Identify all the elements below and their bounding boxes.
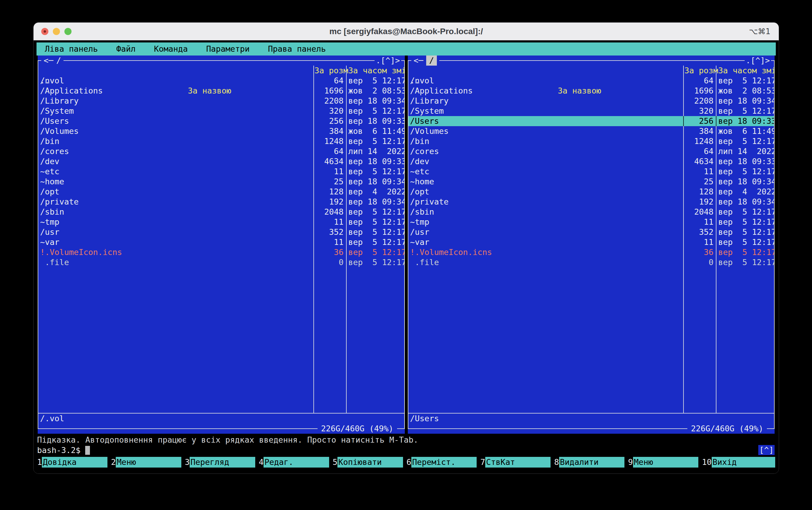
fkey-10: 10Вихід bbox=[702, 457, 776, 468]
file-row[interactable]: /Volumes384жов 6 11:49 bbox=[38, 126, 404, 136]
hint-line: Підказка. Автодоповнення працює у всіх р… bbox=[36, 434, 776, 445]
traffic-lights bbox=[41, 23, 71, 40]
file-row[interactable]: /dev4634вер 18 09:33 bbox=[38, 157, 404, 167]
left-free-space: 226G/460G (49%) bbox=[318, 424, 397, 434]
file-size: 352 bbox=[313, 227, 346, 237]
file-name: /usr bbox=[38, 227, 313, 237]
file-row[interactable]: /usr352вер 5 12:17 bbox=[408, 227, 774, 237]
right-file-list: /.vol64вер 5 12:17/Applications1696жов 2… bbox=[408, 76, 774, 413]
sort-by-name-header[interactable]: .n За назвою bbox=[408, 66, 684, 76]
file-name: /Volumes bbox=[408, 126, 684, 136]
file-row[interactable]: ~etc11вер 5 12:17 bbox=[38, 167, 404, 177]
window-titlebar: mc [sergiyfakas@MacBook-Pro.local]:/ ⌥⌘1 bbox=[33, 23, 779, 40]
sort-by-name-header[interactable]: .n За назвою bbox=[38, 66, 313, 76]
file-row[interactable]: /Library2208вер 18 09:34 bbox=[38, 96, 404, 106]
file-row[interactable]: ~home25вер 18 09:34 bbox=[408, 177, 774, 187]
file-row[interactable]: /System320вер 5 12:17 bbox=[38, 106, 404, 116]
file-mtime: вер 5 12:17 bbox=[716, 227, 774, 237]
file-row[interactable]: /.vol64вер 5 12:17 bbox=[408, 76, 774, 86]
left-panel-path[interactable]: <─ / bbox=[41, 56, 63, 66]
menu-item-1[interactable]: Ліва панель bbox=[45, 44, 98, 54]
file-row[interactable]: /usr352вер 5 12:17 bbox=[38, 227, 404, 237]
fkey-number: 1 bbox=[37, 457, 42, 468]
sort-by-size-header[interactable]: За розм bbox=[313, 66, 346, 76]
file-row[interactable]: /private192вер 18 09:34 bbox=[408, 197, 774, 207]
fkey-button-7[interactable]: СтвКат bbox=[485, 457, 551, 468]
file-size: 256 bbox=[683, 116, 716, 126]
file-size: 1248 bbox=[313, 136, 346, 146]
file-row[interactable]: ~tmp11вер 5 12:17 bbox=[408, 217, 774, 227]
fkey-button-2[interactable]: Меню bbox=[116, 457, 181, 468]
file-size: 64 bbox=[313, 146, 346, 157]
file-row[interactable]: /cores64лип 14 2022 bbox=[38, 146, 404, 157]
file-row[interactable]: .file0вер 5 12:17 bbox=[408, 257, 774, 267]
file-mtime: вер 5 12:17 bbox=[346, 207, 404, 217]
fkey-button-1[interactable]: Довідка bbox=[42, 457, 108, 468]
sort-by-size-header[interactable]: За розм bbox=[683, 66, 716, 76]
fkey-button-4[interactable]: Редаг. bbox=[264, 457, 329, 468]
file-row[interactable]: ~var11вер 5 12:17 bbox=[408, 237, 774, 247]
fkey-button-6[interactable]: Переміст. bbox=[411, 457, 477, 468]
fkey-button-9[interactable]: Меню bbox=[633, 457, 699, 468]
file-mtime: вер 18 09:34 bbox=[716, 197, 774, 207]
right-updir-button[interactable]: .[^]> bbox=[745, 56, 771, 66]
file-row[interactable]: /bin1248вер 5 12:17 bbox=[408, 136, 774, 146]
file-row[interactable]: ~var11вер 5 12:17 bbox=[38, 237, 404, 247]
right-panel-bottom: 226G/460G (49%) bbox=[408, 424, 775, 434]
file-mtime: лип 14 2022 bbox=[346, 146, 404, 157]
file-row[interactable]: /Volumes384жов 6 11:49 bbox=[408, 126, 774, 136]
file-size: 128 bbox=[683, 187, 716, 197]
file-row[interactable]: /opt128вер 4 2022 bbox=[408, 187, 774, 197]
function-key-bar: 1Довідка2Меню3Перегляд4Редаг.5Копіювати6… bbox=[36, 456, 776, 469]
file-row[interactable]: /private192вер 18 09:34 bbox=[38, 197, 404, 207]
back-arrow-icon[interactable]: <─ bbox=[414, 56, 424, 66]
fkey-button-8[interactable]: Видалити bbox=[559, 457, 625, 468]
file-row[interactable]: ~tmp11вер 5 12:17 bbox=[38, 217, 404, 227]
close-button[interactable] bbox=[41, 28, 48, 35]
file-row[interactable]: ~etc11вер 5 12:17 bbox=[408, 167, 774, 177]
left-updir-button[interactable]: .[^]> bbox=[375, 56, 401, 66]
sort-by-mtime-header[interactable]: За часом змі bbox=[716, 66, 774, 76]
file-mtime: вер 18 09:34 bbox=[346, 197, 404, 207]
fkey-number: 5 bbox=[333, 457, 338, 468]
menu-item-2[interactable]: Файл bbox=[116, 44, 136, 54]
fkey-button-10[interactable]: Вихід bbox=[712, 457, 775, 468]
file-row[interactable]: /.vol64вер 5 12:17 bbox=[38, 76, 404, 86]
file-size: 1696 bbox=[313, 86, 346, 96]
fkey-button-5[interactable]: Копіювати bbox=[338, 457, 403, 468]
menu-item-5[interactable]: Права панель bbox=[268, 44, 326, 54]
left-panel-path-text: / bbox=[56, 56, 61, 66]
history-button[interactable]: [^] bbox=[758, 445, 775, 455]
sort-by-mtime-header[interactable]: За часом змі bbox=[346, 66, 404, 76]
file-row[interactable]: /bin1248вер 5 12:17 bbox=[38, 136, 404, 146]
file-mtime: вер 5 12:17 bbox=[346, 237, 404, 247]
window-title: mc [sergiyfakas@MacBook-Pro.local]:/ bbox=[33, 27, 779, 36]
right-panel-path[interactable]: <─ / bbox=[411, 56, 439, 66]
panels-area: <─ / .[^]> .n За назвою За розм За час bbox=[36, 56, 776, 434]
file-row[interactable]: .file0вер 5 12:17 bbox=[38, 257, 404, 267]
file-size: 192 bbox=[683, 197, 716, 207]
file-row[interactable]: !.VolumeIcon.icns36вер 5 12:17 bbox=[408, 247, 774, 257]
file-size: 4634 bbox=[683, 157, 716, 167]
minimize-button[interactable] bbox=[53, 28, 60, 35]
file-row[interactable]: /dev4634вер 18 09:33 bbox=[408, 157, 774, 167]
command-line-row[interactable]: bash-3.2$ [^] bbox=[36, 445, 776, 456]
fkey-button-3[interactable]: Перегляд bbox=[190, 457, 255, 468]
right-panel: <─ / .[^]> .n За назвою За розм За час bbox=[408, 56, 775, 434]
file-row[interactable]: !.VolumeIcon.icns36вер 5 12:17 bbox=[38, 247, 404, 257]
file-size: 192 bbox=[313, 197, 346, 207]
file-row[interactable]: /sbin2048вер 5 12:17 bbox=[408, 207, 774, 217]
menu-item-3[interactable]: Команда bbox=[154, 44, 188, 54]
file-row[interactable]: ~home25вер 18 09:34 bbox=[38, 177, 404, 187]
file-mtime: вер 18 09:34 bbox=[716, 96, 774, 106]
fullscreen-button[interactable] bbox=[64, 28, 71, 35]
file-row[interactable]: /sbin2048вер 5 12:17 bbox=[38, 207, 404, 217]
file-row[interactable]: /Library2208вер 18 09:34 bbox=[408, 96, 774, 106]
back-arrow-icon[interactable]: <─ bbox=[44, 56, 53, 66]
menu-item-4[interactable]: Параметри bbox=[206, 44, 250, 54]
file-row[interactable]: /System320вер 5 12:17 bbox=[408, 106, 774, 116]
file-row[interactable]: /Users256вер 18 09:33 bbox=[38, 116, 404, 126]
file-row[interactable]: /Users256вер 18 09:33 bbox=[408, 116, 774, 126]
file-row[interactable]: /cores64лип 14 2022 bbox=[408, 146, 774, 157]
file-row[interactable]: /opt128вер 4 2022 bbox=[38, 187, 404, 197]
